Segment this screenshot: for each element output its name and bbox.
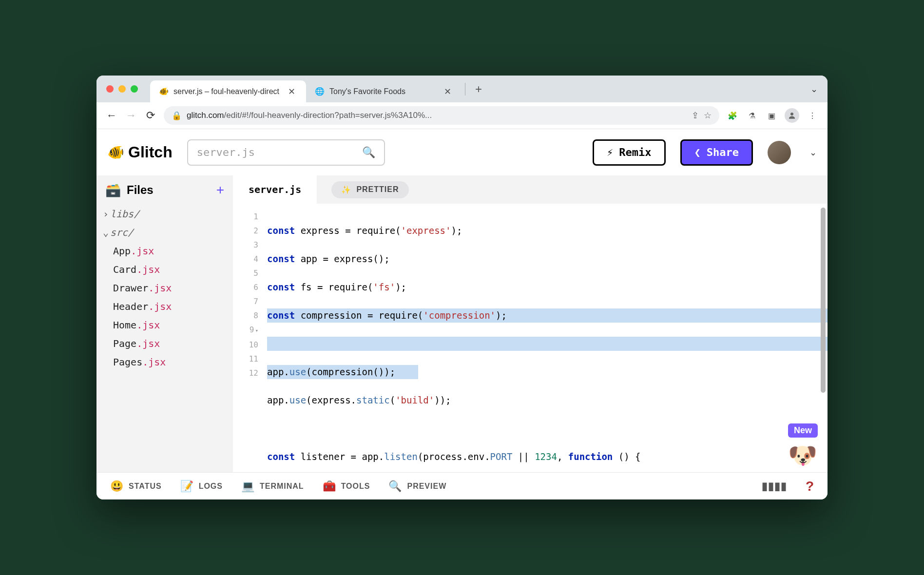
window-minimize-button[interactable] (118, 85, 126, 93)
browser-tab-active[interactable]: 🐠 server.js – foul-heavenly-direct ✕ (150, 80, 306, 102)
browser-window: 🐠 server.js – foul-heavenly-direct ✕ 🌐 T… (96, 76, 828, 499)
preview-button[interactable]: 🔍PREVIEW (388, 480, 446, 493)
files-box-icon: 🗃️ (105, 183, 121, 198)
user-avatar[interactable] (768, 141, 791, 164)
tools-button[interactable]: 🧰TOOLS (323, 480, 370, 493)
file-item[interactable]: Home.jsx (101, 316, 228, 334)
browser-toolbar: ← → ⟳ 🔒 glitch.com/edit/#!/foul-heavenly… (96, 102, 828, 129)
code-pane: server.js ✨ PRETTIER 1 2 3 4 5 6 7 8 9 (233, 175, 828, 472)
file-item[interactable]: Pages.jsx (101, 353, 228, 371)
barcode-button[interactable]: ▮▮▮▮ (762, 480, 787, 493)
tab-overflow-button[interactable]: ⌄ (810, 84, 818, 95)
chevron-right-icon: › (101, 205, 110, 223)
line-gutter: 1 2 3 4 5 6 7 8 9 10 11 12 (233, 204, 262, 472)
search-placeholder: server.js (197, 146, 255, 158)
share-button[interactable]: ❮ Share (680, 139, 753, 166)
project-search-input[interactable]: server.js 🔍 (187, 139, 385, 166)
tab-title: server.js – foul-heavenly-direct (173, 87, 281, 96)
face-icon: 😃 (110, 480, 124, 493)
user-menu-chevron-icon[interactable]: ⌄ (809, 147, 817, 158)
labs-icon[interactable]: ⚗ (746, 109, 758, 122)
tab-favicon-icon: 🐠 (159, 87, 169, 96)
editor-body: 🗃️ Files + ›libs/ ⌄src/ App.jsx Card.jsx… (96, 175, 828, 472)
tab-favicon-icon: 🌐 (315, 87, 325, 96)
sidepanel-icon[interactable]: ▣ (765, 109, 778, 122)
lightning-icon: ⚡ (607, 146, 613, 158)
remix-button[interactable]: ⚡ Remix (593, 139, 665, 166)
browser-tab[interactable]: 🌐 Tony's Favorite Foods ✕ (306, 80, 462, 102)
glitch-logo-icon: 🐠 (107, 144, 124, 160)
add-file-button[interactable]: + (216, 182, 224, 198)
bookmark-star-icon[interactable]: ☆ (704, 110, 712, 121)
file-item[interactable]: Card.jsx (101, 260, 228, 279)
logs-button[interactable]: 📝LOGS (180, 480, 223, 493)
glitch-brand-text: Glitch (128, 143, 173, 161)
window-controls (106, 85, 138, 93)
code-lines[interactable]: const express = require('express'); cons… (262, 204, 828, 472)
bottom-toolbar: 😃STATUS 📝LOGS 💻TERMINAL 🧰TOOLS 🔍PREVIEW … (96, 472, 828, 499)
folder-src[interactable]: ⌄src/ (101, 223, 228, 242)
file-tree: ›libs/ ⌄src/ App.jsx Card.jsx Drawer.jsx… (96, 205, 233, 371)
nav-back-button[interactable]: ← (105, 109, 118, 122)
file-item[interactable]: Drawer.jsx (101, 279, 228, 297)
window-close-button[interactable] (106, 85, 114, 93)
window-zoom-button[interactable] (131, 85, 138, 93)
magnifier-icon: 🔍 (388, 480, 402, 493)
extensions-icon[interactable]: 🧩 (726, 109, 739, 122)
share-page-icon[interactable]: ⇪ (692, 110, 699, 121)
toolbox-icon: 🧰 (323, 480, 336, 493)
prettier-button[interactable]: ✨ PRETTIER (331, 181, 408, 198)
files-header-label: Files (127, 183, 154, 197)
svg-point-0 (790, 113, 793, 115)
folder-libs[interactable]: ›libs/ (101, 205, 228, 223)
glitch-logo[interactable]: 🐠 Glitch (107, 143, 173, 161)
code-editor[interactable]: 1 2 3 4 5 6 7 8 9 10 11 12 const express… (233, 204, 828, 472)
notepad-icon: 📝 (180, 480, 194, 493)
glitch-mascot[interactable]: New 🐶 (788, 423, 818, 469)
nav-forward-button[interactable]: → (125, 109, 137, 122)
nav-reload-button[interactable]: ⟳ (144, 109, 157, 122)
kebab-menu-icon[interactable]: ⋮ (806, 109, 819, 122)
barcode-icon: ▮▮▮▮ (762, 480, 787, 493)
file-sidebar: 🗃️ Files + ›libs/ ⌄src/ App.jsx Card.jsx… (96, 175, 233, 472)
mascot-new-badge: New (788, 423, 818, 438)
laptop-icon: 💻 (241, 480, 255, 493)
status-button[interactable]: 😃STATUS (110, 480, 162, 493)
glitch-header: 🐠 Glitch server.js 🔍 ⚡ Remix ❮ Share ⌄ (96, 129, 828, 175)
new-tab-button[interactable]: + (468, 82, 489, 96)
files-header: 🗃️ Files + (96, 175, 233, 205)
browser-tab-bar: 🐠 server.js – foul-heavenly-direct ✕ 🌐 T… (96, 76, 828, 102)
terminal-button[interactable]: 💻TERMINAL (241, 480, 304, 493)
file-item[interactable]: Page.jsx (101, 334, 228, 353)
file-tab-row: server.js ✨ PRETTIER (233, 175, 828, 204)
search-icon: 🔍 (362, 146, 375, 158)
remix-label: Remix (619, 146, 651, 158)
file-item[interactable]: App.jsx (101, 242, 228, 260)
lock-icon: 🔒 (172, 111, 182, 121)
tab-separator (465, 83, 465, 96)
profile-avatar-icon[interactable] (785, 108, 799, 123)
share-icon: ❮ (694, 146, 701, 158)
dog-icon: 🐶 (788, 441, 817, 469)
active-file-tab[interactable]: server.js (233, 175, 317, 204)
tab-close-icon[interactable]: ✕ (286, 86, 297, 97)
url-text: glitch.com/edit/#!/foul-heavenly-directi… (187, 111, 687, 120)
tab-title: Tony's Favorite Foods (329, 87, 437, 96)
share-label: Share (707, 146, 739, 158)
help-button[interactable]: ? (806, 479, 814, 494)
address-bar[interactable]: 🔒 glitch.com/edit/#!/foul-heavenly-direc… (164, 106, 719, 125)
prettier-label: PRETTIER (356, 185, 399, 194)
active-file-name: server.js (249, 184, 301, 195)
tab-close-icon[interactable]: ✕ (442, 86, 453, 97)
file-item[interactable]: Header.jsx (101, 297, 228, 316)
sparkle-icon: ✨ (341, 185, 351, 194)
scrollbar[interactable] (821, 208, 826, 393)
chevron-down-icon: ⌄ (101, 223, 110, 242)
